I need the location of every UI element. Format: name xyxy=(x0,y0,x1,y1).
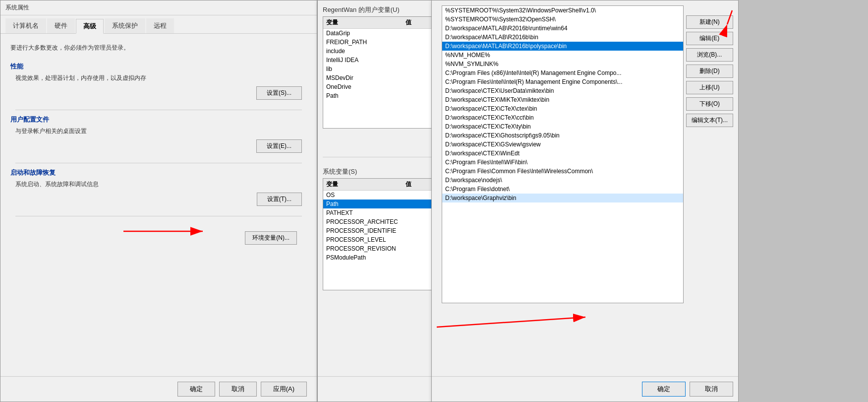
path-row-5[interactable]: %NVM_HOME% xyxy=(442,51,683,60)
arrow-to-env xyxy=(123,216,213,246)
path-row-1[interactable]: %SYSTEMROOT%\System32\OpenSSH\ xyxy=(442,15,683,24)
path-row-16[interactable]: D:\workspace\CTEX\WinEdt xyxy=(442,149,683,158)
startup-title: 启动和故障恢复 xyxy=(10,168,307,177)
path-row-14[interactable]: D:\workspace\CTEX\Ghostscript\gs9.05\bin xyxy=(442,131,683,140)
user-vars-col-name: 变量 xyxy=(326,18,405,27)
admin-notice: 要进行大多数更改，你必须作为管理员登录。 xyxy=(10,44,307,52)
path-row-17[interactable]: C:\Program Files\Intel\WiFi\bin\ xyxy=(442,158,683,167)
path-row-13[interactable]: D:\workspace\CTEX\CTeX\ty\bin xyxy=(442,122,683,131)
path-listbox[interactable]: %SYSTEMROOT%\System32\WindowsPowerShell\… xyxy=(442,5,684,303)
sys-dialog-tabs: 计算机名 硬件 高级 系统保护 远程 xyxy=(0,15,317,34)
performance-section: 性能 视觉效果，处理器计划，内存使用，以及虚拟内存 设置(S)... xyxy=(10,62,307,100)
sys-dialog-titlebar: 系统属性 xyxy=(0,0,317,15)
path-row-0[interactable]: %SYSTEMROOT%\System32\WindowsPowerShell\… xyxy=(442,6,683,15)
path-row-6[interactable]: %NVM_SYMLINK% xyxy=(442,60,683,68)
sys-ok-button[interactable]: 确定 xyxy=(177,382,215,397)
path-row-15[interactable]: D:\workspace\CTEX\GSview\gsview xyxy=(442,140,683,149)
path-right-buttons: 新建(N) 编辑(E) 浏览(B)... 删除(D) 上移(U) 下移(O) 编… xyxy=(686,15,733,127)
divider-1 xyxy=(15,110,302,110)
tab-system-protection[interactable]: 系统保护 xyxy=(105,18,145,33)
performance-desc: 视觉效果，处理器计划，内存使用，以及虚拟内存 xyxy=(15,74,307,82)
env-btn-container: 环境变量(N)... xyxy=(10,231,302,245)
path-row-2[interactable]: D:\workspace\MATLAB\R2016b\runtime\win64 xyxy=(442,24,683,33)
user-profile-section: 用户配置文件 与登录帐户相关的桌面设置 设置(E)... xyxy=(10,115,307,153)
performance-settings-button[interactable]: 设置(S)... xyxy=(256,86,302,100)
path-edit-dialog: %SYSTEMROOT%\System32\WindowsPowerShell\… xyxy=(431,0,739,402)
path-row-20[interactable]: C:\Program Files\dotnet\ xyxy=(442,185,683,194)
path-row-11[interactable]: D:\workspace\CTEX\CTeX\ctex\bin xyxy=(442,104,683,113)
path-row-10[interactable]: D:\workspace\CTEX\MiKTeX\miktex\bin xyxy=(442,95,683,104)
arrow-to-graphviz xyxy=(437,312,685,342)
tab-computer-name[interactable]: 计算机名 xyxy=(5,18,46,33)
path-row-9[interactable]: D:\workspace\CTEX\UserData\miktex\bin xyxy=(442,86,683,95)
path-cancel-button[interactable]: 取消 xyxy=(690,382,733,397)
path-edit-button[interactable]: 编辑(E) xyxy=(686,32,733,45)
path-edit-text-button[interactable]: 编辑文本(T)... xyxy=(686,114,733,127)
sys-vars-col-name: 变量 xyxy=(326,180,405,189)
path-browse-button[interactable]: 浏览(B)... xyxy=(686,48,733,62)
background-fill xyxy=(739,0,868,402)
path-ok-button[interactable]: 确定 xyxy=(642,382,686,397)
system-properties-dialog: 系统属性 计算机名 硬件 高级 系统保护 远程 要进行大多数更改，你必须作为管理… xyxy=(0,0,317,402)
env-variables-button[interactable]: 环境变量(N)... xyxy=(245,231,297,245)
sys-dialog-footer: 确定 取消 应用(A) xyxy=(0,376,317,402)
tab-hardware[interactable]: 硬件 xyxy=(47,18,75,33)
path-up-button[interactable]: 上移(U) xyxy=(686,81,733,94)
path-row-7[interactable]: C:\Program Files (x86)\Intel\Intel(R) Ma… xyxy=(442,68,683,77)
path-dialog-body: %SYSTEMROOT%\System32\WindowsPowerShell\… xyxy=(432,0,738,308)
user-profile-title: 用户配置文件 xyxy=(10,115,307,124)
tab-remote[interactable]: 远程 xyxy=(146,18,174,33)
path-row-8[interactable]: C:\Program Files\Intel\Intel(R) Manageme… xyxy=(442,77,683,86)
sys-dialog-content: 要进行大多数更改，你必须作为管理员登录。 性能 视觉效果，处理器计划，内存使用，… xyxy=(0,34,317,255)
sys-apply-button[interactable]: 应用(A) xyxy=(261,382,307,397)
user-profile-desc: 与登录帐户相关的桌面设置 xyxy=(15,127,307,135)
user-profile-settings-button[interactable]: 设置(E)... xyxy=(256,139,302,153)
path-row-21[interactable]: D:\workspace\Graphviz\bin xyxy=(442,194,683,202)
path-row-4[interactable]: D:\workspace\MATLAB\R2016b\polyspace\bin xyxy=(442,42,683,51)
path-row-19[interactable]: D:\workspace\nodejs\ xyxy=(442,176,683,185)
path-row-3[interactable]: D:\workspace\MATLAB\R2016b\bin xyxy=(442,33,683,42)
startup-desc: 系统启动、系统故障和调试信息 xyxy=(15,180,307,189)
startup-section: 启动和故障恢复 系统启动、系统故障和调试信息 设置(T)... xyxy=(10,168,307,206)
tab-advanced[interactable]: 高级 xyxy=(76,19,104,34)
path-down-button[interactable]: 下移(O) xyxy=(686,97,733,111)
sys-dialog-title: 系统属性 xyxy=(5,3,29,12)
startup-settings-button[interactable]: 设置(T)... xyxy=(257,193,302,206)
performance-title: 性能 xyxy=(10,62,307,71)
path-row-18[interactable]: C:\Program Files\Common Files\Intel\Wire… xyxy=(442,167,683,176)
path-row-12[interactable]: D:\workspace\CTEX\CTeX\cct\bin xyxy=(442,113,683,122)
path-new-button[interactable]: 新建(N) xyxy=(686,15,733,29)
path-dialog-footer: 确定 取消 xyxy=(432,376,738,402)
divider-2 xyxy=(15,163,302,163)
svg-line-5 xyxy=(437,317,585,327)
sys-cancel-button[interactable]: 取消 xyxy=(219,382,257,397)
path-delete-button[interactable]: 删除(D) xyxy=(686,65,733,78)
